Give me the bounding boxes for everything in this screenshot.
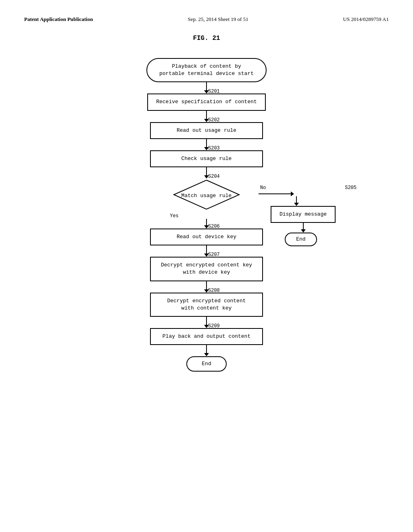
s206-shape: Read out device key	[150, 229, 263, 245]
s207-node: Decrypt encrypted content keywith device…	[150, 257, 263, 281]
s201-node: Receive specification of content	[147, 94, 266, 110]
page: Patent Application Publication Sep. 25, …	[0, 0, 413, 532]
arrow-s202: S202	[65, 111, 348, 122]
arrow-line-7	[206, 245, 207, 254]
header-center: Sep. 25, 2014 Sheet 19 of 51	[188, 16, 248, 23]
arrow-line-9	[206, 317, 207, 325]
arrow-s203: S203	[65, 139, 348, 150]
s203-node: Check usage rule	[150, 150, 263, 167]
s201-shape: Receive specification of content	[147, 94, 266, 110]
flowchart: Playback of content byportable terminal …	[65, 58, 348, 372]
no-label: No	[260, 185, 266, 191]
arrow-line-end	[206, 345, 207, 353]
arrow-end	[65, 345, 348, 356]
arrow-s208: S208	[65, 281, 348, 293]
s207-shape: Decrypt encrypted content keywith device…	[150, 257, 263, 281]
s202-node: Read out usage rule	[150, 122, 263, 139]
branch-end-shape: End	[285, 233, 317, 246]
s204-diamond-wrapper: Match usage rule	[172, 179, 241, 212]
end-arrowhead	[301, 229, 306, 233]
arrowhead-end	[204, 353, 209, 356]
arrow-line	[206, 82, 207, 90]
figure-title: FIG. 21	[24, 35, 389, 42]
s203-shape: Check usage rule	[150, 150, 263, 167]
arrow-line-4	[206, 167, 207, 175]
end-shape: End	[186, 356, 227, 372]
arrow-line-2	[206, 111, 207, 119]
h-arrowhead	[291, 191, 294, 196]
yes-label: Yes	[170, 213, 179, 219]
no-branch-down	[294, 196, 299, 206]
arrow-line-3	[206, 139, 207, 147]
arrow-s207: S207	[65, 245, 348, 257]
arrow-s209: S209	[65, 317, 348, 328]
h-line	[259, 193, 291, 194]
header: Patent Application Publication Sep. 25, …	[24, 16, 389, 23]
start-shape: Playback of content byportable terminal …	[146, 58, 267, 82]
s209-node: Play back and output content	[150, 328, 263, 345]
arrow-s204: S204	[65, 167, 348, 179]
s204-diamond-section: Match usage rule No S205	[65, 179, 348, 212]
no-arrowhead	[294, 203, 299, 206]
end-node: End	[186, 356, 227, 372]
diamond-text: Match usage rule	[181, 192, 232, 198]
header-left: Patent Application Publication	[24, 16, 93, 23]
yes-vline	[206, 219, 207, 225]
s202-shape: Read out usage rule	[150, 122, 263, 139]
s208-shape: Decrypt encrypted contentwith content ke…	[150, 293, 263, 317]
yes-arrow: Yes S206	[65, 212, 348, 229]
s205-tag: S205	[345, 185, 357, 191]
header-right: US 2014/0289759 A1	[343, 16, 389, 23]
no-vline	[296, 196, 297, 203]
branch-end-wrapper: End	[285, 233, 317, 246]
start-node: Playback of content byportable terminal …	[146, 58, 267, 82]
arrow-line-8	[206, 281, 207, 289]
arrow-s201: S201	[65, 82, 348, 94]
no-arrow: No S205	[259, 191, 294, 196]
s209-shape: Play back and output content	[150, 328, 263, 345]
s206-node: Read out device key	[150, 229, 263, 245]
s208-node: Decrypt encrypted contentwith content ke…	[150, 293, 263, 317]
s204-diamond: Match usage rule	[172, 179, 241, 212]
